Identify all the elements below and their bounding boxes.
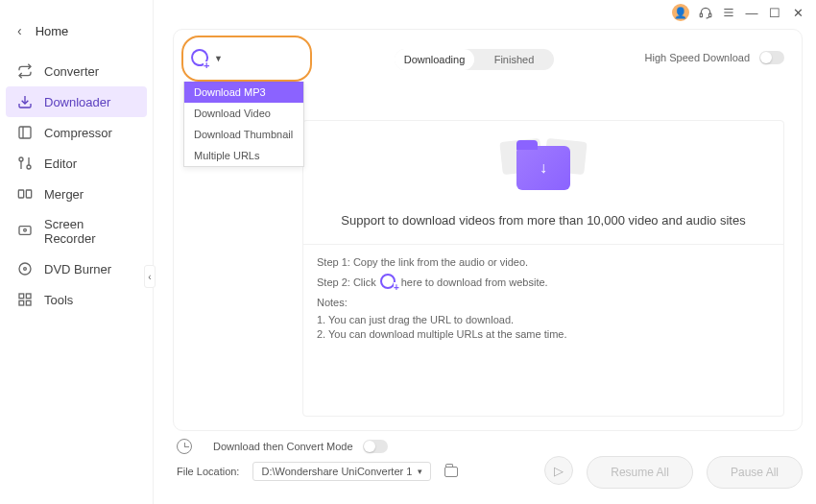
dropdown-item-mp3[interactable]: Download MP3 — [184, 82, 303, 103]
sidebar-item-editor[interactable]: Editor — [0, 148, 153, 179]
schedule-icon[interactable] — [177, 439, 192, 454]
chevron-down-icon: ▼ — [214, 54, 223, 63]
headset-icon[interactable] — [699, 6, 712, 19]
sidebar: ‹ Home Converter Downloader Compressor E… — [0, 0, 154, 504]
step2-text-a: Step 2: Click — [317, 276, 376, 288]
download-folder-icon: ↓ — [516, 146, 570, 190]
sidebar-item-label: Converter — [44, 64, 99, 79]
note1: 1. You can just drag the URL to download… — [317, 314, 770, 325]
sidebar-item-compressor[interactable]: Compressor — [0, 117, 153, 148]
sidebar-item-label: Editor — [44, 156, 77, 171]
file-location-select[interactable]: D:\Wondershare UniConverter 1 ▾ — [252, 462, 431, 481]
merger-icon — [17, 186, 33, 202]
start-all-button[interactable]: ▷ — [544, 456, 573, 485]
home-label: Home — [36, 24, 69, 38]
svg-point-16 — [19, 263, 31, 275]
converter-icon — [17, 63, 33, 79]
add-url-button-highlight: + ▼ — [181, 36, 312, 82]
step1-text: Step 1: Copy the link from the audio or … — [317, 256, 770, 268]
svg-point-15 — [24, 228, 27, 231]
tab-finished[interactable]: Finished — [474, 49, 554, 70]
sidebar-item-dvdburner[interactable]: DVD Burner — [0, 253, 153, 284]
dropdown-item-thumbnail[interactable]: Download Thumbnail — [184, 124, 303, 145]
svg-point-8 — [19, 157, 23, 161]
sidebar-item-merger[interactable]: Merger — [0, 179, 153, 209]
svg-rect-12 — [18, 190, 23, 198]
screen-recorder-icon — [17, 224, 33, 239]
svg-point-9 — [27, 165, 31, 169]
svg-rect-20 — [19, 300, 24, 305]
svg-rect-0 — [700, 13, 702, 17]
tabs: Downloading Finished — [395, 49, 554, 70]
sidebar-item-label: Screen Recorder — [44, 217, 135, 246]
add-url-dropdown: Download MP3 Download Video Download Thu… — [183, 82, 304, 167]
pause-all-button[interactable]: Pause All — [707, 456, 803, 489]
sidebar-item-screenrecorder[interactable]: Screen Recorder — [0, 209, 153, 253]
maximize-button[interactable]: ☐ — [768, 6, 781, 19]
dropdown-item-multiple[interactable]: Multiple URLs — [184, 145, 303, 166]
svg-rect-18 — [19, 294, 24, 299]
file-location-value: D:\Wondershare UniConverter 1 — [261, 466, 412, 477]
convert-mode-toggle[interactable] — [363, 440, 388, 453]
downloader-icon — [17, 94, 33, 109]
add-url-button[interactable]: + ▼ — [191, 49, 223, 68]
sidebar-item-label: Merger — [44, 187, 84, 202]
link-plus-icon: + — [380, 274, 397, 291]
hispeed-label: High Speed Download — [645, 52, 750, 63]
close-button[interactable]: ✕ — [791, 6, 804, 19]
svg-rect-14 — [19, 227, 31, 235]
dropdown-item-video[interactable]: Download Video — [184, 103, 303, 124]
file-location-label: File Location: — [177, 466, 239, 477]
link-plus-icon: + — [191, 49, 210, 68]
sidebar-collapse[interactable]: ‹ — [144, 265, 156, 288]
back-home[interactable]: ‹ Home — [0, 17, 153, 56]
sidebar-item-label: Downloader — [44, 95, 110, 109]
resume-all-button[interactable]: Resume All — [587, 456, 693, 489]
tools-icon — [17, 292, 33, 307]
sidebar-item-tools[interactable]: Tools — [0, 284, 153, 315]
editor-icon — [17, 156, 33, 171]
sidebar-item-label: Compressor — [44, 126, 112, 140]
sidebar-item-downloader[interactable]: Downloader — [6, 86, 147, 117]
svg-rect-13 — [26, 190, 31, 198]
svg-point-17 — [24, 268, 27, 271]
compressor-icon — [17, 125, 33, 140]
empty-state: ↓ Support to download videos from more t… — [302, 120, 784, 417]
svg-rect-19 — [26, 294, 31, 299]
open-folder-icon[interactable] — [444, 467, 458, 477]
convert-mode-label: Download then Convert Mode — [213, 441, 353, 452]
user-avatar-icon[interactable]: 👤 — [672, 4, 689, 21]
sidebar-item-converter[interactable]: Converter — [0, 56, 153, 86]
minimize-button[interactable]: — — [745, 6, 758, 19]
note2: 2. You can download multiple URLs at the… — [317, 328, 770, 340]
folder-illustration: ↓ — [495, 134, 591, 202]
chevron-left-icon: ‹ — [17, 23, 22, 38]
tab-downloading[interactable]: Downloading — [395, 49, 474, 70]
chevron-down-icon: ▾ — [418, 467, 422, 476]
menu-icon[interactable] — [722, 6, 735, 19]
svg-rect-1 — [709, 13, 711, 17]
step2-text-b: here to download from website. — [401, 276, 548, 288]
hispeed-toggle[interactable] — [759, 51, 784, 64]
dvd-burner-icon — [17, 261, 33, 276]
svg-rect-6 — [19, 127, 31, 138]
svg-rect-21 — [26, 300, 31, 305]
sidebar-item-label: Tools — [44, 293, 73, 307]
support-text: Support to download videos from more tha… — [303, 211, 783, 230]
sidebar-item-label: DVD Burner — [44, 262, 111, 276]
notes-label: Notes: — [317, 297, 770, 308]
